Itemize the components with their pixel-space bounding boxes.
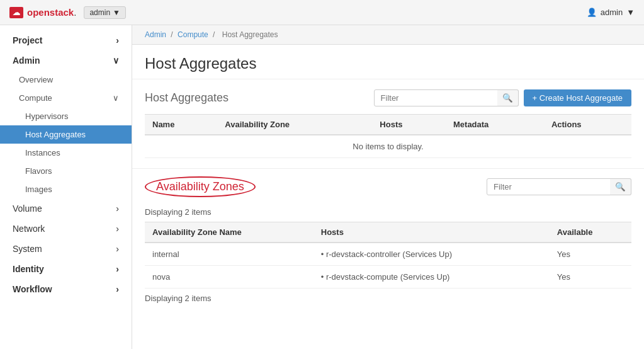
sidebar-item-admin[interactable]: Admin ∨	[0, 50, 132, 71]
availability-zones-header-row: Availability Zones 🔍	[145, 169, 631, 203]
col-actions: Actions	[544, 115, 631, 135]
user-dropdown-icon: ▼	[626, 8, 635, 17]
table-row: nova r-devstack-compute (Services Up) Ye…	[145, 266, 631, 289]
sidebar-workflow-label: Workflow	[13, 284, 52, 294]
col-metadata: Metadata	[446, 115, 544, 135]
sidebar-item-system[interactable]: System ›	[0, 239, 132, 259]
breadcrumb-compute[interactable]: Compute	[178, 30, 208, 39]
col-availability-zone: Availability Zone	[217, 115, 372, 135]
sidebar: Project › Admin ∨ Overview Compute ∨ Hyp…	[0, 25, 132, 349]
availability-zones-filter-button[interactable]: 🔍	[610, 178, 631, 195]
sidebar-system-label: System	[13, 244, 42, 254]
page-title: Host Aggregates	[132, 45, 644, 79]
sidebar-item-network[interactable]: Network ›	[0, 219, 132, 239]
availability-zones-table: Availability Zone Name Hosts Available i…	[145, 222, 631, 289]
availability-zones-table-header: Availability Zone Name Hosts Available	[145, 222, 631, 243]
availability-zones-filter-row: 🔍	[487, 178, 631, 195]
az-hosts-nova: r-devstack-compute (Services Up)	[314, 266, 550, 289]
admin-badge[interactable]: admin ▼	[84, 6, 126, 19]
availability-zones-displaying-bottom: Displaying 2 items	[145, 289, 631, 308]
navbar-right[interactable]: 👤 admin ▼	[587, 8, 635, 17]
sidebar-identity-arrow: ›	[116, 264, 119, 274]
col-zone-name: Availability Zone Name	[145, 222, 314, 243]
logo-icon: ☁	[9, 7, 23, 18]
sidebar-flavors-label: Flavors	[25, 166, 52, 176]
host-aggregates-header-row: Host Aggregates 🔍 + Create Host Aggregat…	[145, 89, 631, 106]
host-aggregates-section-title: Host Aggregates	[145, 91, 229, 105]
az-name-nova: nova	[145, 266, 314, 289]
sidebar-item-compute[interactable]: Compute ∨	[0, 89, 132, 107]
sidebar-project-label: Project	[13, 35, 42, 45]
sidebar-volume-label: Volume	[13, 203, 42, 214]
sidebar-workflow-arrow: ›	[116, 284, 119, 294]
sidebar-instances-label: Instances	[25, 148, 60, 157]
host-aggregates-section: Host Aggregates 🔍 + Create Host Aggregat…	[132, 79, 644, 168]
sidebar-item-instances[interactable]: Instances	[0, 144, 132, 162]
no-items-row: No items to display.	[145, 135, 631, 158]
main-layout: Project › Admin ∨ Overview Compute ∨ Hyp…	[0, 25, 644, 349]
content-area: Admin / Compute / Host Aggregates Host A…	[132, 25, 644, 349]
az-name-internal: internal	[145, 243, 314, 266]
sidebar-item-images[interactable]: Images	[0, 180, 132, 198]
logo-text: openstack.	[27, 7, 76, 18]
sidebar-item-hypervisors[interactable]: Hypervisors	[0, 107, 132, 125]
breadcrumb-admin[interactable]: Admin	[145, 30, 166, 39]
sidebar-system-arrow: ›	[116, 244, 119, 254]
table-row: internal r-devstack-controller (Services…	[145, 243, 631, 266]
sidebar-volume-arrow: ›	[116, 203, 119, 214]
col-az-hosts: Hosts	[314, 222, 550, 243]
user-icon: 👤	[587, 8, 597, 17]
navbar: ☁ openstack. admin ▼ 👤 admin ▼	[0, 0, 644, 25]
user-label: admin	[601, 8, 623, 17]
sidebar-hypervisors-label: Hypervisors	[25, 112, 69, 121]
sidebar-item-host-aggregates[interactable]: Host Aggregates	[0, 125, 132, 144]
sidebar-network-arrow: ›	[116, 224, 119, 234]
az-available-nova: Yes	[550, 266, 631, 289]
col-name: Name	[145, 115, 217, 135]
availability-zones-table-body: internal r-devstack-controller (Services…	[145, 243, 631, 289]
sidebar-network-label: Network	[13, 224, 45, 234]
logo: ☁ openstack.	[9, 7, 76, 18]
az-available-internal: Yes	[550, 243, 631, 266]
navbar-left: ☁ openstack. admin ▼	[9, 6, 126, 19]
host-aggregates-filter-input[interactable]	[374, 89, 500, 106]
sidebar-item-overview[interactable]: Overview	[0, 71, 132, 89]
sidebar-compute-arrow: ∨	[113, 93, 119, 103]
host-aggregates-table: Name Availability Zone Hosts Metadata Ac…	[145, 114, 631, 158]
availability-zones-filter-input[interactable]	[487, 178, 613, 195]
sidebar-compute-label: Compute	[19, 93, 52, 103]
no-items-message: No items to display.	[145, 135, 631, 158]
admin-badge-label: admin	[89, 8, 110, 17]
col-available: Available	[550, 222, 631, 243]
sidebar-identity-label: Identity	[13, 264, 44, 274]
col-hosts: Hosts	[372, 115, 446, 135]
sidebar-item-project[interactable]: Project ›	[0, 30, 132, 50]
sidebar-host-aggregates-label: Host Aggregates	[25, 130, 86, 139]
sidebar-item-workflow[interactable]: Workflow ›	[0, 279, 132, 299]
sidebar-admin-label: Admin	[13, 55, 40, 66]
host-aggregates-filter-row: 🔍 + Create Host Aggregate	[374, 89, 631, 106]
sidebar-item-flavors[interactable]: Flavors	[0, 162, 132, 180]
host-aggregates-table-header: Name Availability Zone Hosts Metadata Ac…	[145, 115, 631, 135]
create-host-aggregate-button[interactable]: + Create Host Aggregate	[524, 89, 631, 106]
sidebar-project-arrow: ›	[116, 35, 119, 45]
sidebar-admin-arrow: ∨	[113, 55, 119, 66]
host-aggregates-filter-button[interactable]: 🔍	[497, 89, 519, 106]
availability-zones-displaying-top: Displaying 2 items	[145, 203, 631, 222]
admin-badge-dropdown-icon: ▼	[113, 8, 120, 17]
breadcrumb-current: Host Aggregates	[222, 30, 278, 39]
sidebar-overview-label: Overview	[19, 75, 53, 84]
breadcrumb: Admin / Compute / Host Aggregates	[132, 25, 644, 45]
sidebar-item-identity[interactable]: Identity ›	[0, 259, 132, 279]
sidebar-item-volume[interactable]: Volume ›	[0, 198, 132, 219]
breadcrumb-sep2: /	[213, 30, 215, 39]
availability-zones-section: Availability Zones 🔍 Displaying 2 items …	[132, 169, 644, 318]
breadcrumb-sep1: /	[171, 30, 172, 39]
host-aggregates-table-body: No items to display.	[145, 135, 631, 158]
az-hosts-internal: r-devstack-controller (Services Up)	[314, 243, 550, 266]
availability-zones-section-title: Availability Zones	[145, 176, 256, 197]
sidebar-images-label: Images	[25, 185, 52, 194]
